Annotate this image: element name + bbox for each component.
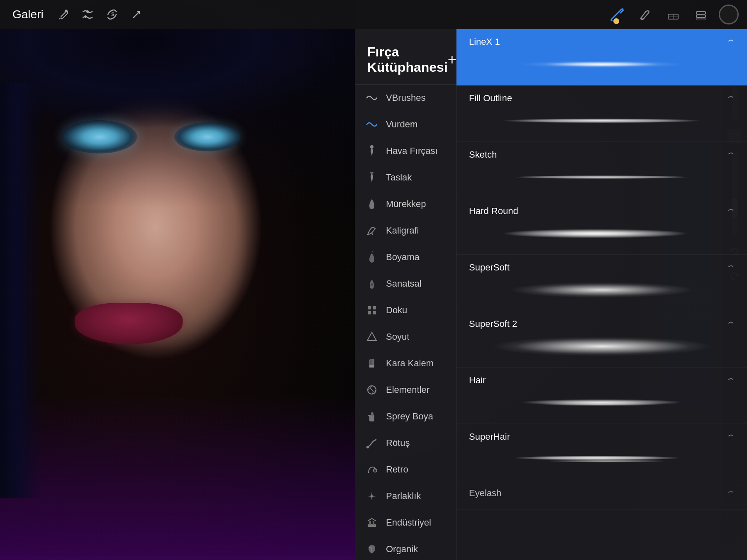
top-toolbar: Galeri S [0, 0, 747, 29]
brush-name-linex1: LineX 1 [469, 37, 500, 47]
svg-point-13 [370, 172, 374, 174]
brush-item-sketch[interactable]: Sketch [456, 142, 747, 198]
selection-icon[interactable]: S [103, 5, 121, 24]
brush-preview-supersoft [469, 276, 735, 303]
paintbrush-tool[interactable] [606, 4, 627, 25]
brush-arrow-supersoft2 [727, 319, 735, 329]
color-swatch[interactable] [719, 5, 739, 24]
vbrushes-icon [365, 91, 378, 105]
category-item-hava-fircasi[interactable]: Hava Fırçası [355, 138, 456, 164]
category-item-retro[interactable]: Retro [355, 456, 456, 483]
parlaklik-icon [365, 489, 378, 503]
stroke-preview [482, 453, 721, 465]
category-item-kaligrafi[interactable]: Kaligrafi [355, 217, 456, 244]
elementler-icon [365, 383, 378, 397]
svg-line-1 [59, 18, 60, 19]
brush-item-hair[interactable]: Hair [456, 368, 747, 424]
brush-item-supersoft2[interactable]: SuperSoft 2 [456, 311, 747, 368]
svg-point-5 [640, 17, 643, 20]
brush-item-supersoft[interactable]: SuperSoft [456, 255, 747, 311]
brush-arrow-hard-round [727, 207, 735, 216]
category-item-kara-kalem[interactable]: Kara Kalem [355, 350, 456, 377]
category-item-boyama[interactable]: Boyama [355, 244, 456, 270]
brush-item-header-hair: Hair [469, 375, 735, 386]
category-label-vurdem: Vurdem [386, 119, 417, 130]
transform-icon[interactable] [127, 5, 146, 24]
portrait-eye-left [62, 120, 137, 153]
brush-name-sketch: Sketch [469, 149, 497, 160]
svg-rect-26 [371, 412, 374, 416]
category-label-taslak: Taslak [386, 172, 412, 183]
brush-arrow-hair [727, 376, 735, 385]
wrench-icon[interactable] [54, 5, 72, 24]
sprey-boya-icon [365, 410, 378, 423]
svg-text:S: S [111, 12, 115, 17]
kara-kalem-icon [365, 357, 378, 370]
panel-title: Fırça Kütüphanesi [367, 44, 448, 75]
category-label-retro: Retro [386, 464, 408, 475]
stroke-preview [482, 228, 708, 239]
vurdem-icon [365, 118, 378, 131]
svg-rect-31 [368, 524, 376, 527]
category-item-elementler[interactable]: Elementler [355, 377, 456, 403]
soyut-icon [365, 330, 378, 343]
category-item-endustriyel[interactable]: Endüstriyel [355, 509, 456, 536]
brush-item-header-linex1: LineX 1 [469, 37, 735, 47]
brush-item-fill-outline[interactable]: Fill Outline [456, 85, 747, 142]
category-label-elementler: Elementler [386, 385, 430, 395]
category-item-sanatsal[interactable]: Sanatsal [355, 270, 456, 297]
svg-point-3 [84, 15, 87, 18]
svg-point-12 [370, 145, 374, 149]
brush-arrow-superhair [727, 432, 735, 442]
brush-preview-hair [469, 389, 735, 416]
portrait-hair-side [0, 83, 42, 498]
brush-item-hard-round[interactable]: Hard Round [456, 198, 747, 255]
brush-preview-linex1 [469, 51, 735, 78]
brush-preview-hard-round [469, 220, 735, 247]
category-item-soyut[interactable]: Soyut [355, 324, 456, 350]
category-item-parlaklik[interactable]: Parlaklık [355, 483, 456, 509]
doku-icon [365, 304, 378, 317]
brush-list-container: LineX 1 Fill Outline [456, 29, 747, 560]
category-label-parlaklik: Parlaklık [386, 491, 421, 502]
svg-rect-8 [696, 12, 706, 14]
category-item-vbrushes[interactable]: VBrushes [355, 85, 456, 111]
category-item-doku[interactable]: Doku [355, 297, 456, 324]
category-label-hava-fircasi: Hava Fırçası [386, 146, 438, 156]
brush-item-superhair[interactable]: SuperHair [456, 424, 747, 480]
smudge-tool[interactable] [634, 4, 655, 25]
brush-item-linex1[interactable]: LineX 1 [456, 29, 747, 85]
category-label-murekkep: Mürekkep [386, 199, 426, 209]
svg-line-14 [372, 233, 373, 235]
category-item-rotus[interactable]: Rötuş [355, 430, 456, 456]
category-label-boyama: Boyama [386, 252, 420, 263]
brush-arrow-eyelash [727, 489, 735, 498]
stroke-preview [482, 398, 721, 407]
svg-rect-33 [373, 521, 374, 525]
brush-preview-superhair [469, 446, 735, 472]
stroke-preview [496, 175, 708, 179]
gallery-button[interactable]: Galeri [8, 6, 48, 23]
brush-preview-supersoft2 [469, 333, 735, 360]
category-item-murekkep[interactable]: Mürekkep [355, 191, 456, 217]
category-item-sprey-boya[interactable]: Sprey Boya [355, 403, 456, 430]
kaligrafi-icon [365, 224, 378, 237]
svg-point-15 [371, 283, 373, 286]
brush-name-hair: Hair [469, 375, 486, 386]
svg-rect-18 [368, 311, 371, 314]
portrait-hair [0, 0, 355, 207]
portrait-glow [0, 394, 355, 560]
brush-name-supersoft: SuperSoft [469, 262, 510, 273]
category-item-vurdem[interactable]: Vurdem [355, 111, 456, 138]
category-label-endustriyel: Endüstriyel [386, 517, 431, 528]
layers-tool[interactable] [691, 4, 711, 25]
taslak-icon [365, 171, 378, 184]
adjustments-icon[interactable] [78, 5, 97, 24]
brush-item-eyelash[interactable]: Eyelash [456, 480, 747, 510]
eraser-tool[interactable] [662, 4, 683, 25]
category-label-soyut: Soyut [386, 331, 409, 342]
brush-name-fill-outline: Fill Outline [469, 93, 512, 104]
add-brush-button[interactable]: + [448, 52, 456, 67]
category-item-organik[interactable]: Organik [355, 536, 456, 560]
category-item-taslak[interactable]: Taslak [355, 164, 456, 191]
